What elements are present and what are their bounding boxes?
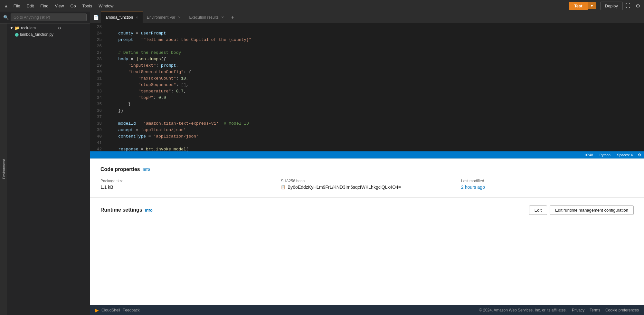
- search-icon: 🔍: [3, 15, 9, 20]
- runtime-settings-section: Runtime settings Info Edit Edit runtime …: [90, 198, 644, 223]
- last-modified-label: Last modified: [461, 179, 634, 183]
- footer-left: ▶ CloudShell Feedback: [95, 308, 140, 313]
- sha256-label: SHA256 hash: [281, 179, 453, 183]
- footer: ▶ CloudShell Feedback © 2024, Amazon Web…: [90, 305, 644, 315]
- package-size-value: 1.1 kB: [100, 185, 273, 190]
- footer-cookie-link[interactable]: Cookie preferences: [605, 308, 639, 312]
- runtime-info-link[interactable]: Info: [145, 208, 153, 213]
- footer-privacy-link[interactable]: Privacy: [572, 308, 584, 312]
- sidebar: 🔍 Environment ▼ 📂 rock-lam ⚙ ⋯ ⬤ lambda_…: [0, 12, 90, 315]
- status-spaces[interactable]: Spaces: 4: [616, 153, 634, 157]
- tab-label-env: Environment Var: [147, 15, 175, 20]
- package-size-label: Package size: [100, 179, 273, 183]
- folder-gear-icon[interactable]: ⚙: [58, 26, 61, 30]
- menu-tools[interactable]: Tools: [80, 2, 95, 10]
- menu-view[interactable]: View: [52, 2, 67, 10]
- menu-go[interactable]: Go: [68, 2, 78, 10]
- folder-name: rock-lam: [21, 26, 36, 30]
- status-bar: 10:48 Python Spaces: 4 ⚙: [90, 151, 644, 158]
- cloudshell-icon: ▶: [95, 308, 99, 313]
- menu-edit[interactable]: Edit: [24, 2, 36, 10]
- folder-icon: 📂: [15, 26, 20, 30]
- sidebar-folder-item[interactable]: ▼ 📂 rock-lam ⚙ ⋯: [7, 25, 90, 31]
- tab-file-icon[interactable]: 📄: [91, 15, 101, 20]
- last-modified-prop: Last modified 2 hours ago: [461, 179, 634, 190]
- status-gear-icon[interactable]: ⚙: [638, 153, 641, 157]
- footer-terms-link[interactable]: Terms: [590, 308, 600, 312]
- runtime-actions: Edit Edit runtime management configurati…: [529, 205, 634, 215]
- sha256-prop: SHA256 hash 📋 By6oEddzKyH1m9FrL/KND3Im6s…: [281, 179, 453, 190]
- tab-execution[interactable]: Execution results ✕: [185, 12, 229, 23]
- fullscreen-icon[interactable]: ⛶: [624, 2, 632, 9]
- editor-area: 📄 lambda_function ✕ Environment Var ✕ Ex…: [90, 12, 644, 158]
- test-button[interactable]: Test: [569, 2, 588, 10]
- status-position[interactable]: 10:48: [583, 153, 594, 157]
- code-editor[interactable]: 2324252627282930313233343536373839404142…: [90, 23, 644, 151]
- footer-copyright: © 2024, Amazon Web Services, Inc. or its…: [479, 308, 567, 312]
- menu-bar: ▲ File Edit Find View Go Tools Window Te…: [0, 0, 644, 12]
- footer-right: © 2024, Amazon Web Services, Inc. or its…: [479, 308, 639, 312]
- runtime-settings-label: Runtime settings: [100, 207, 142, 213]
- footer-feedback[interactable]: Feedback: [123, 308, 140, 312]
- status-language[interactable]: Python: [598, 153, 612, 157]
- tab-add-button[interactable]: +: [229, 14, 237, 20]
- tab-bar: 📄 lambda_function ✕ Environment Var ✕ Ex…: [90, 12, 644, 23]
- sha256-text: By6oEddzKyH1m9FrL/KND3Im6sqcIWKLhkgciQLx…: [288, 185, 401, 190]
- test-btn-group: Test ▼: [569, 2, 596, 10]
- tab-close-execution[interactable]: ✕: [221, 15, 224, 19]
- tab-label-execution: Execution results: [189, 15, 219, 20]
- menu-bar-right: ⛶ ⚙: [624, 2, 641, 10]
- tab-lambda[interactable]: lambda_function ✕: [101, 12, 143, 23]
- sidebar-file-item[interactable]: ⬤ lambda_function.py: [7, 31, 90, 38]
- package-size-prop: Package size 1.1 kB: [100, 179, 273, 190]
- code-properties-section: Code properties Info Package size 1.1 kB…: [90, 159, 644, 198]
- file-name: lambda_function.py: [20, 32, 53, 37]
- deploy-button[interactable]: Deploy: [600, 2, 623, 10]
- main-layout: 🔍 Environment ▼ 📂 rock-lam ⚙ ⋯ ⬤ lambda_…: [0, 12, 644, 315]
- search-input[interactable]: [11, 14, 87, 21]
- menu-file[interactable]: File: [11, 2, 23, 10]
- menu-find[interactable]: Find: [38, 2, 51, 10]
- sidebar-search-bar: 🔍: [0, 12, 90, 24]
- props-grid: Package size 1.1 kB SHA256 hash 📋 By6oEd…: [100, 179, 634, 190]
- folder-chevron-icon: ▼: [10, 26, 14, 30]
- tab-label-lambda: lambda_function: [105, 15, 133, 20]
- settings-icon[interactable]: ⚙: [634, 2, 641, 10]
- tab-close-env[interactable]: ✕: [177, 15, 181, 19]
- code-properties-label: Code properties: [100, 167, 140, 172]
- last-modified-value[interactable]: 2 hours ago: [461, 185, 634, 190]
- copy-icon[interactable]: 📋: [281, 185, 286, 189]
- runtime-title: Runtime settings Info: [100, 207, 153, 213]
- collapse-icon[interactable]: ▲: [3, 3, 10, 8]
- folder-ellipsis-icon[interactable]: ⋯: [84, 26, 87, 30]
- edit-button[interactable]: Edit: [529, 205, 547, 215]
- sha256-value: 📋 By6oEddzKyH1m9FrL/KND3Im6sqcIWKLhkgciQ…: [281, 185, 453, 190]
- runtime-header: Runtime settings Info Edit Edit runtime …: [100, 205, 634, 215]
- code-content[interactable]: county = userPrompt prompt = f"Tell me a…: [106, 23, 644, 151]
- bottom-panels: Code properties Info Package size 1.1 kB…: [90, 158, 644, 306]
- file-diamond-icon: ⬤: [15, 33, 19, 37]
- test-dropdown-button[interactable]: ▼: [588, 2, 596, 9]
- edit-runtime-button[interactable]: Edit runtime management configuration: [550, 205, 634, 215]
- code-properties-info-link[interactable]: Info: [143, 167, 150, 172]
- code-properties-title: Code properties Info: [100, 167, 634, 172]
- sidebar-environment-label[interactable]: Environment: [0, 24, 7, 315]
- cloudshell-label[interactable]: CloudShell: [101, 308, 120, 312]
- sidebar-content: Environment ▼ 📂 rock-lam ⚙ ⋯ ⬤ lambda_fu…: [0, 24, 90, 315]
- line-numbers: 2324252627282930313233343536373839404142…: [90, 23, 106, 151]
- sidebar-tree: ▼ 📂 rock-lam ⚙ ⋯ ⬤ lambda_function.py: [7, 24, 90, 315]
- tab-close-lambda[interactable]: ✕: [135, 15, 139, 20]
- menu-window[interactable]: Window: [96, 2, 116, 10]
- tab-env-var[interactable]: Environment Var ✕: [143, 12, 185, 23]
